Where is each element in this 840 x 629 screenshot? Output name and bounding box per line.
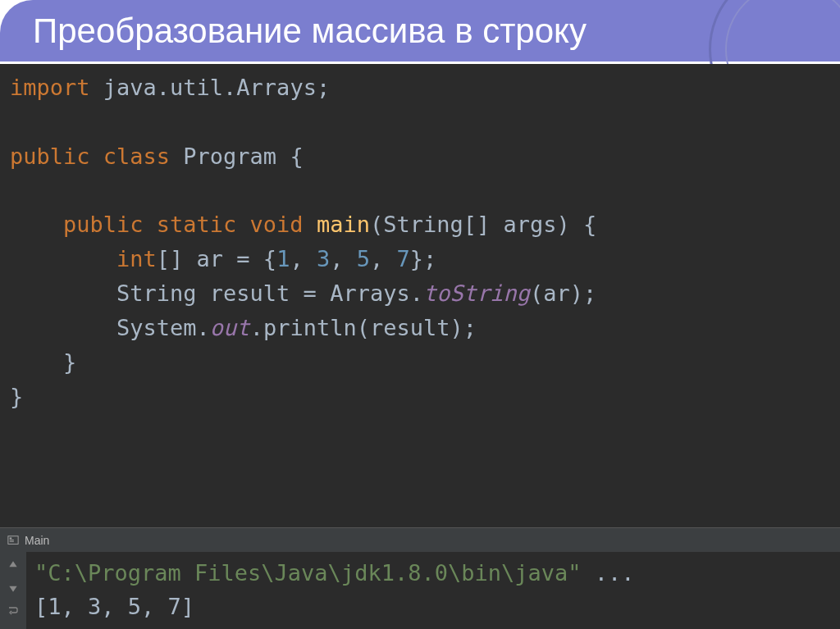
run-tab-bar: Main [0, 527, 840, 552]
console-output[interactable]: "C:\Program Files\Java\jdk1.8.0\bin\java… [26, 552, 840, 629]
console-panel: "C:\Program Files\Java\jdk1.8.0\bin\java… [0, 552, 840, 629]
code-line-5: public static void main(String[] args) { [10, 207, 830, 242]
code-line-1: import java.util.Arrays; [10, 71, 830, 105]
scroll-up-icon[interactable] [5, 557, 21, 573]
code-line-9: } [10, 345, 830, 380]
code-editor[interactable]: import java.util.Arrays; public class Pr… [0, 64, 840, 527]
code-line-6: int[] ar = {1, 3, 5, 7}; [10, 242, 830, 276]
run-tab-label[interactable]: Main [25, 534, 49, 547]
console-line-1: "C:\Program Files\Java\jdk1.8.0\bin\java… [34, 557, 832, 590]
svg-rect-2 [10, 540, 14, 540]
code-line-7: String result = Arrays.toString(ar); [10, 276, 830, 311]
slide-title: Преобразование массива в строку [33, 11, 587, 51]
code-line-3: public class Program { [10, 139, 830, 174]
code-line-10: } [10, 380, 830, 414]
soft-wrap-icon[interactable] [5, 603, 21, 619]
run-config-icon[interactable] [7, 534, 20, 547]
console-gutter [0, 552, 26, 629]
code-line-2 [10, 105, 830, 139]
code-line-8: System.out.println(result); [10, 311, 830, 345]
scroll-down-icon[interactable] [5, 580, 21, 596]
console-line-2: [1, 3, 5, 7] [34, 590, 832, 624]
code-line-4 [10, 174, 830, 208]
slide-title-bar: Преобразование массива в строку [0, 0, 840, 64]
svg-rect-3 [10, 540, 14, 541]
svg-rect-1 [10, 537, 12, 539]
